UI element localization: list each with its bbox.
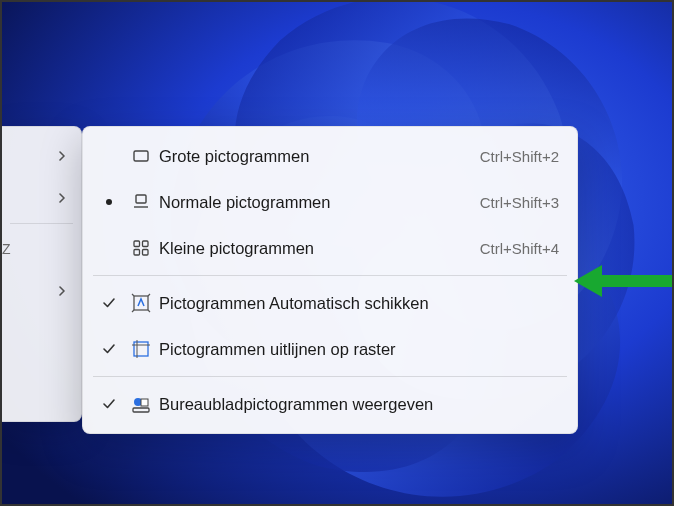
menu-item-align-grid[interactable]: Pictogrammen uitlijnen op raster [83,326,577,372]
svg-rect-3 [136,195,146,203]
align-grid-icon [123,339,159,359]
svg-rect-1 [134,151,148,161]
menu-item-label: Grote pictogrammen [159,147,464,166]
parent-context-menu[interactable]: Ctrl+Z [2,126,82,422]
menu-item-label: Kleine pictogrammen [159,239,464,258]
menu-item-label: Normale pictogrammen [159,193,464,212]
check-indicator [95,397,123,411]
large-icons-icon [123,146,159,166]
chevron-right-icon [57,147,67,165]
medium-icons-icon [123,192,159,212]
menu-item-medium-icons[interactable]: Normale pictogrammen Ctrl+Shift+3 [83,179,577,225]
menu-shortcut: Ctrl+Shift+3 [480,194,559,211]
menu-shortcut: Ctrl+Shift+2 [480,148,559,165]
view-submenu[interactable]: Grote pictogrammen Ctrl+Shift+2 Normale … [82,126,578,434]
menu-item-label: Bureaubladpictogrammen weergeven [159,395,559,414]
menu-item-label: Pictogrammen Automatisch schikken [159,294,559,313]
menu-shortcut: Ctrl+Z [0,241,11,257]
svg-rect-7 [134,250,140,256]
menu-item-auto-arrange[interactable]: Pictogrammen Automatisch schikken [83,280,577,326]
menu-divider [10,223,73,224]
svg-rect-5 [134,241,140,247]
chevron-right-icon [57,282,67,300]
parent-menu-item[interactable]: Ctrl+Z [2,228,81,270]
menu-item-small-icons[interactable]: Kleine pictogrammen Ctrl+Shift+4 [83,225,577,271]
menu-item-label: Pictogrammen uitlijnen op raster [159,340,559,359]
svg-rect-8 [143,250,149,256]
show-desktop-icons-icon [123,394,159,414]
check-indicator [95,296,123,310]
chevron-right-icon [57,189,67,207]
auto-arrange-icon [123,293,159,313]
menu-divider [93,376,567,377]
svg-rect-6 [143,241,149,247]
svg-rect-15 [141,399,148,406]
parent-menu-item[interactable] [2,135,81,177]
svg-point-2 [106,199,112,205]
menu-divider [93,275,567,276]
svg-rect-13 [133,408,149,412]
parent-menu-item[interactable] [2,177,81,219]
menu-item-show-desktop-icons[interactable]: Bureaubladpictogrammen weergeven [83,381,577,427]
menu-shortcut: Ctrl+Shift+4 [480,240,559,257]
svg-rect-10 [134,342,148,356]
parent-menu-item[interactable] [2,270,81,312]
check-indicator [95,342,123,356]
menu-item-large-icons[interactable]: Grote pictogrammen Ctrl+Shift+2 [83,133,577,179]
radio-indicator [95,198,123,206]
small-icons-icon [123,238,159,258]
